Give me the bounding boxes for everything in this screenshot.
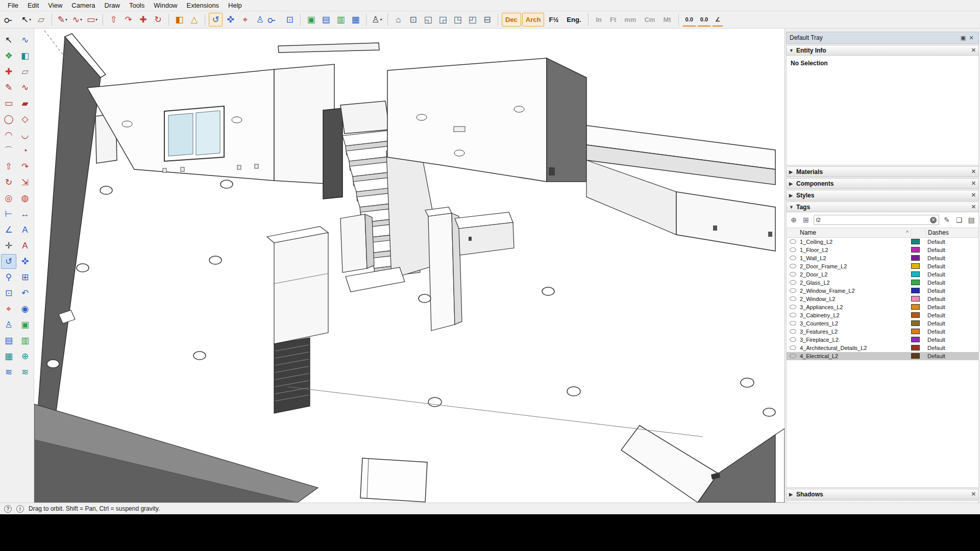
panel-entity-info-header[interactable]: ▼ Entity Info ✕ xyxy=(786,45,979,56)
rotated-rectangle-tool[interactable]: ▰ xyxy=(17,96,33,111)
tag-color-swatch[interactable] xyxy=(911,304,920,310)
close-icon[interactable]: ✕ xyxy=(969,192,976,198)
tag-color-swatch[interactable] xyxy=(911,239,920,244)
tag-dashes-value[interactable]: Default xyxy=(925,312,978,318)
view-top-button[interactable]: ⊡ xyxy=(406,13,420,27)
tag-color-swatch[interactable] xyxy=(911,288,920,293)
menu-item[interactable]: File xyxy=(3,1,23,10)
viewport[interactable] xyxy=(34,29,785,503)
walk-tool[interactable]: ♙ xyxy=(1,317,16,332)
push-pull-tool[interactable]: ⇧ xyxy=(107,13,120,27)
close-icon[interactable]: ✕ xyxy=(967,35,975,41)
tag-dashes-value[interactable]: Default xyxy=(925,271,978,278)
menu-item[interactable]: View xyxy=(43,1,67,10)
add-tag-icon[interactable]: ⊕ xyxy=(789,216,798,224)
tag-row[interactable]: 2_Glass_L2 Default xyxy=(787,279,978,287)
component-person-tool[interactable]: ♙▾ xyxy=(370,13,384,27)
zoom-window-tool[interactable]: ⊞ xyxy=(17,270,33,285)
expand-triangle-icon[interactable]: ▶ xyxy=(789,181,796,186)
3d-text-tool[interactable]: A xyxy=(17,238,33,253)
close-icon[interactable]: ✕ xyxy=(969,168,976,175)
tag-color-swatch[interactable] xyxy=(911,271,920,277)
panel-components-header[interactable]: ▶ Components ✕ xyxy=(786,178,979,189)
offset-tool[interactable]: ◎ xyxy=(1,191,16,206)
units-cm-button[interactable]: Cm xyxy=(641,13,658,27)
pan-tool[interactable]: ✜ xyxy=(17,254,33,269)
menu-item[interactable]: Extensions xyxy=(182,1,224,10)
polygon-tool[interactable]: ◇ xyxy=(17,112,33,127)
tag-dashes-value[interactable]: Default xyxy=(925,345,978,351)
outer-shell-tool[interactable]: ◍ xyxy=(17,191,33,206)
expand-triangle-icon[interactable]: ▶ xyxy=(789,492,796,497)
select-tool[interactable]: ↖▾ xyxy=(19,13,33,27)
clear-search-icon[interactable]: ✕ xyxy=(930,217,937,223)
tag-row[interactable]: 2_Window_L2 Default xyxy=(787,295,978,303)
visibility-eye-icon[interactable] xyxy=(790,329,796,334)
expand-triangle-icon[interactable]: ▶ xyxy=(789,169,796,174)
paint-bucket-tool[interactable]: ◧ xyxy=(17,48,33,63)
units-inches-button[interactable]: In xyxy=(592,13,605,27)
close-icon[interactable]: ✕ xyxy=(969,180,976,187)
tag-row[interactable]: 3_Features_L2 Default xyxy=(787,328,978,336)
section-cut-toggle[interactable]: ▥ xyxy=(334,13,348,27)
precision-decrease-button[interactable]: 0.0 xyxy=(682,13,696,27)
tag-row[interactable]: 2_Door_L2 Default xyxy=(787,270,978,279)
three-point-arc-tool[interactable]: ⌒ xyxy=(1,143,16,158)
two-point-arc-tool[interactable]: ◡ xyxy=(17,128,33,142)
angle-precision-button[interactable]: ∠ xyxy=(712,13,723,27)
zoom-extents-tool[interactable]: ⊡ xyxy=(1,286,16,300)
protractor-tool[interactable]: ∠ xyxy=(1,222,16,237)
visibility-eye-icon[interactable] xyxy=(790,272,796,277)
units-engineering-button[interactable]: Eng. xyxy=(563,13,584,27)
zoom-select-tool[interactable]: ⚲ xyxy=(2,10,21,29)
tag-search-input[interactable] xyxy=(816,217,930,223)
precision-increase-button[interactable]: 0.0 xyxy=(697,13,711,27)
visibility-eye-icon[interactable] xyxy=(790,345,796,350)
tag-dashes-value[interactable]: Default xyxy=(925,304,978,310)
visibility-eye-icon[interactable] xyxy=(790,264,796,268)
tag-details-icon[interactable]: ▤ xyxy=(967,216,976,224)
visibility-eye-icon[interactable] xyxy=(790,288,796,293)
view-iso-button[interactable]: ⌂ xyxy=(391,13,405,27)
credits-icon[interactable]: i xyxy=(16,505,24,513)
collapse-triangle-icon[interactable]: ▼ xyxy=(789,48,796,53)
tag-row[interactable]: 1_Floor_L2 Default xyxy=(787,246,978,254)
tag-color-swatch[interactable] xyxy=(911,247,920,253)
column-name[interactable]: Name ˄ xyxy=(787,229,911,236)
eraser-tool[interactable]: ▱ xyxy=(34,13,48,27)
edit-pencil-icon[interactable]: ✎ xyxy=(942,216,951,224)
tag-dashes-value[interactable]: Default xyxy=(925,239,978,245)
extension-tool-b[interactable]: ≋ xyxy=(17,365,33,380)
tag-dashes-value[interactable]: Default xyxy=(925,320,978,327)
visibility-eye-icon[interactable] xyxy=(790,337,796,342)
move-tool[interactable]: ✚ xyxy=(136,13,150,27)
tag-color-swatch[interactable] xyxy=(911,255,920,261)
extension-tool-a[interactable]: ≋ xyxy=(1,365,16,380)
follow-me-tool[interactable]: ↷ xyxy=(17,159,33,174)
freehand-tool[interactable]: ∿ xyxy=(17,80,33,95)
tag-dashes-value[interactable]: Default xyxy=(925,337,978,343)
section-plane-tool[interactable]: ▣ xyxy=(304,13,318,27)
tag-row[interactable]: 1_Wall_L2 Default xyxy=(787,254,978,262)
tag-color-swatch[interactable] xyxy=(911,329,920,334)
column-dashes[interactable]: Dashes xyxy=(925,229,978,236)
view-bottom-button[interactable]: ⊟ xyxy=(480,13,494,27)
tag-color-swatch[interactable] xyxy=(911,280,920,285)
section-fill-toggle[interactable]: ▦ xyxy=(1,349,16,364)
orbit-tool[interactable]: ↺ xyxy=(209,13,223,27)
view-back-button[interactable]: ◳ xyxy=(451,13,464,27)
section-display-toggle[interactable]: ▤ xyxy=(319,13,333,27)
tag-dashes-value[interactable]: Default xyxy=(925,263,978,269)
section-plane-tool[interactable]: ▣ xyxy=(17,317,33,332)
add-location-tool[interactable]: ⊕ xyxy=(17,349,33,364)
tag-color-swatch[interactable] xyxy=(911,263,920,269)
axes-tool[interactable]: ✛ xyxy=(1,238,16,253)
tag-row[interactable]: 3_Cabinetry_L2 Default xyxy=(787,311,978,319)
make-component-tool[interactable]: ❖ xyxy=(1,48,16,63)
units-mm-button[interactable]: mm xyxy=(621,13,640,27)
visibility-eye-icon[interactable] xyxy=(790,296,796,301)
soften-edges-tool[interactable]: △ xyxy=(187,13,201,27)
eraser-tool[interactable]: ▱ xyxy=(17,64,33,79)
move-tool[interactable]: ✚ xyxy=(1,64,16,79)
units-architectural-button[interactable]: Arch xyxy=(522,13,545,27)
